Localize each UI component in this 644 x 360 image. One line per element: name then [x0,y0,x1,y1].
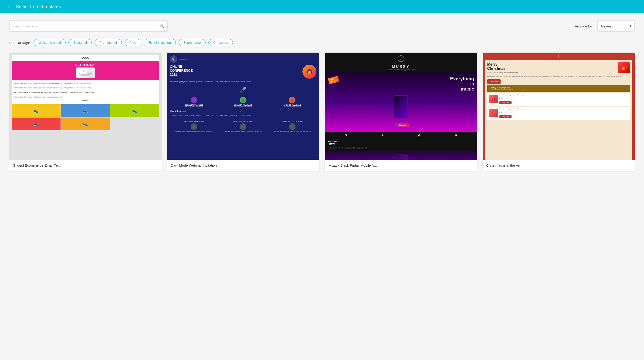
xmas-save-text: Save time for things worth celebrating. [487,71,614,73]
tag-free[interactable]: Free [124,39,141,46]
tag-event-invitation[interactable]: Event invitation [144,39,176,46]
shoes-hero-text: GET THIS ON! [14,63,157,66]
webinar-about-text: Sed vitae augue egestas, maximus quam ne… [170,114,317,117]
muzzik-hero-section: BlackFriday Everythingismusic Click me [325,72,477,132]
webinar-date: 03/05/2021 [179,58,188,60]
xmas-gift-image: 🎁 [618,62,630,73]
shoes-product-grid: 👟 👟 👟 👟 👟 [12,104,159,130]
popular-tags-row: Popular tags: Welcome email Seasonal Pro… [9,39,635,46]
shoes-hero-image [76,67,95,78]
xmas-price-row-1: $19.00 | $17.99 [500,96,629,100]
shop-now-button-2[interactable]: Shop Now [500,115,512,118]
speaker-name-1: SPEAKER FULL NAME [170,104,218,106]
xmas-product-info-1: Save time for things worth celebrating. … [500,94,629,104]
xmas-use-code-button[interactable]: Use code [487,79,501,84]
webinar-about-heading: About the event [170,110,317,112]
svg-point-2 [84,70,85,71]
xmas-product-desc-2: Save time for things worth celebrating. [500,108,629,110]
xmas-family-section: Family & Happyness Save time for things … [487,85,630,92]
xmas-price-old-2: $17.99 [510,112,514,113]
close-icon: × [8,4,10,9]
speaker-avatar-2: 👤 [240,97,246,103]
template-card-christmas[interactable]: ❄ MerryChristmas Save time for things wo… [483,53,635,171]
speaker-1: 👤 SPEAKER FULL NAME topic: Designer For … [170,97,218,107]
search-box: 🔍 [9,20,168,32]
muzzik-subtitle: The best music mobile app in the world [325,69,477,70]
muzzik-header: ♪ [325,53,477,65]
speaker-3: 👤 SPEAKER FULL NAME topic: Designer For … [268,97,316,107]
shop-now-button-1[interactable]: Shop Now [500,101,512,104]
svg-point-1 [83,71,84,72]
shoes-hero: GET THIS ON! [12,61,159,80]
shoe-cell-1: 👟 [12,104,60,117]
webinar-desc: Sed vitae augue egestas, maximus quam ne… [170,80,317,83]
muzzik-stat-label-3: Lorem [417,136,421,138]
muzzik-phone-mockup [394,95,408,118]
shoe-cell-5: 👟 [61,117,110,130]
muzzik-stat-1: 75 Lorem [344,134,348,138]
xmas-snowflake-icon: ❄ [557,54,560,58]
arrange-select[interactable]: Newest Oldest Popular [598,20,635,32]
speaker-role-2: topic: Designer For Humans [219,106,267,107]
tag-welcome-email[interactable]: Welcome email [34,39,66,46]
xmas-product-desc-1: Save time for things worth celebrating. [500,94,629,96]
search-icon: 🔍 [159,23,164,29]
xmas-product-info-2: Save time for things worth celebrating. … [500,108,629,118]
webinar-logo [170,55,178,63]
muzzik-stat-4: 55 Lorem [454,134,458,138]
dialog-header: × Select from templates [0,0,644,13]
xmas-product-image-1: 🎁 [489,95,498,103]
shoe-cell-3: 👟 [110,104,159,117]
close-button[interactable]: × [6,3,12,10]
popular-tags-label: Popular tags: [9,41,30,45]
speaker-role-3: topic: Designer For Humans [268,106,316,107]
xmas-family-title: Family & Happyness [490,87,628,89]
tag-christmas[interactable]: Christmas [208,39,233,46]
muzzik-stat-num-3: 28 [417,134,421,136]
xmas-price-row-2: $19.00 | $17.99 [500,110,629,114]
xmas-product-row-2: 🎀 Save time for things worth celebrating… [487,107,630,120]
webinar-speakers: 👤 SPEAKER FULL NAME topic: Designer For … [170,97,317,107]
xmas-product-image-2: 🎀 [489,109,498,117]
muzzik-stat-num-4: 55 [454,134,458,136]
template-name-muzzik: Muzzik Black Friday Mobile A... [325,160,477,171]
template-card-webinar[interactable]: 03/05/2021 ONLINECONFERENCE2021 👩 Sed vi… [167,53,320,171]
tag-seasonal[interactable]: Seasonal [68,39,92,46]
template-name-shoes: Shoes! Ecommerce Email Te... [9,160,162,171]
arrange-wrapper: Newest Oldest Popular ▼ [598,20,635,32]
muzzik-everything-text: Everythingismusic [337,76,474,91]
muzzik-stat-label-2: Lorem [381,136,385,138]
muzzik-click-button[interactable]: Click me [395,123,409,127]
speaker-role-1: topic: Designer For Humans [170,106,218,107]
tag-promotional[interactable]: Promotional [94,39,122,46]
webinar-hero: ONLINECONFERENCE2021 👩 [170,65,317,79]
muzzik-title: MUSSY [325,65,477,69]
muzzik-stat-num-2: 3 [381,134,385,136]
top-row: 🔍 Arrange by Newest Oldest Popular ▼ [9,20,635,32]
xmas-price-2: $19.00 [500,111,505,114]
webinar-conf-title: ONLINECONFERENCE2021 [170,65,301,76]
shoes-logo-bar: LOGO [12,55,159,61]
webinar-mic-icon: 🎤 [170,85,317,95]
template-card-shoes[interactable]: LOGO GET THIS ON! Cras condime [9,53,162,171]
template-name-webinar: Dark Mode Webinar Invitation [167,160,320,171]
main-content: 🔍 Arrange by Newest Oldest Popular ▼ Pop… [0,13,644,360]
svg-marker-4 [173,58,174,60]
webinar-avatar: 👩 [302,65,316,79]
tag-ecommerce[interactable]: Ecommerce [178,39,206,46]
speaker-avatar-3: 👤 [289,97,296,103]
xmas-merry-christmas: MerryChristmas [487,62,614,70]
xmas-price-1: $19.00 [500,97,505,100]
xmas-price-old-1: $17.99 [510,98,514,99]
xmas-product-row-1: 🎁 Save time for things worth celebrating… [487,93,630,106]
template-preview-webinar: 03/05/2021 ONLINECONFERENCE2021 👩 Sed vi… [167,53,320,160]
template-card-muzzik[interactable]: ♪ MUSSY The best music mobile app in the… [325,53,477,171]
speaker-avatar-1: 👤 [191,97,197,103]
template-name-christmas: Christmas is in the Air [483,160,635,171]
muzzik-stat-num-1: 75 [344,134,348,136]
muzzik-stats: 75 Lorem 3 Lorem 28 Lorem 55 Lorem [325,132,477,139]
webinar-header: 03/05/2021 [170,55,317,63]
xmas-content: MerryChristmas Save time for things wort… [485,60,632,160]
search-input[interactable] [9,20,168,32]
template-preview-shoes: LOGO GET THIS ON! Cras condime [9,53,162,160]
